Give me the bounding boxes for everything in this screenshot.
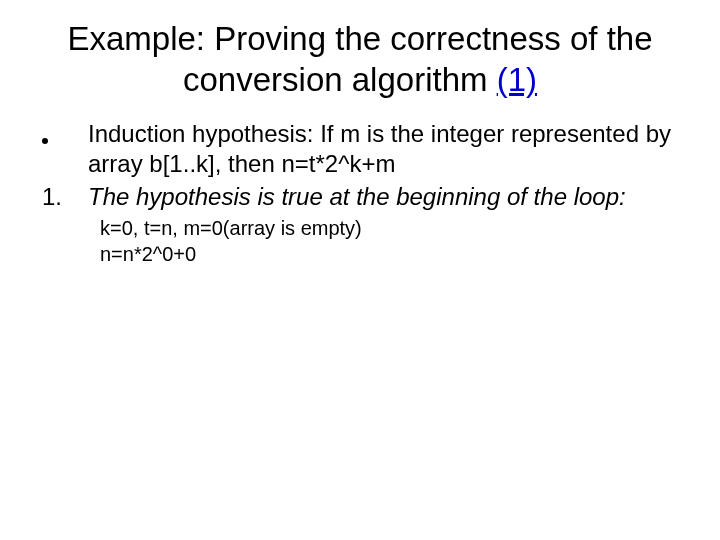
bullet-step1: 1. The hypothesis is true at the beginni…: [30, 182, 690, 213]
slide-title: Example: Proving the correctness of the …: [50, 18, 670, 101]
step1-text: The hypothesis is true at the beginning …: [88, 182, 690, 213]
sub-line-2: n=n*2^0+0: [100, 241, 690, 267]
sub-line-1: k=0, t=n, m=0(array is empty): [100, 215, 690, 241]
slide: Example: Proving the correctness of the …: [0, 0, 720, 540]
bullet-marker: [30, 119, 88, 180]
bullet-hypothesis-text: Induction hypothesis: If m is the intege…: [88, 119, 690, 180]
title-accent: (1): [497, 61, 537, 98]
title-main: Example: Proving the correctness of the …: [67, 20, 652, 98]
bullet-dot-icon: [42, 138, 48, 144]
slide-body: Induction hypothesis: If m is the intege…: [30, 119, 690, 267]
bullet-hypothesis: Induction hypothesis: If m is the intege…: [30, 119, 690, 180]
step1-marker: 1.: [30, 182, 88, 213]
